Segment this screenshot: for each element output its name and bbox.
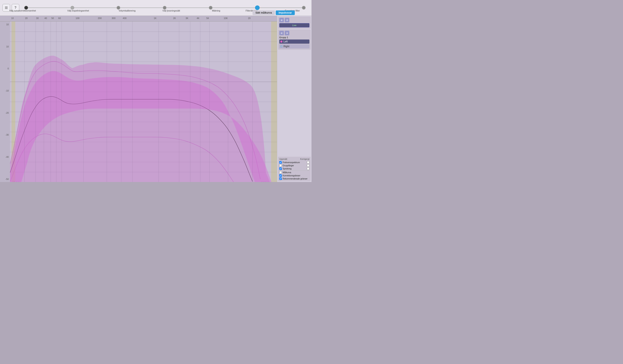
freq-label-5k: 5K — [206, 17, 209, 20]
step-7-node[interactable] — [302, 6, 306, 10]
freq-label-10k: 10K — [224, 17, 228, 20]
freq-label-20k: 20 — [248, 17, 250, 20]
panel-section-live: ⊞ ⚙ Live — [278, 17, 311, 29]
step-3-label: Volymkalibrering — [119, 9, 135, 12]
channel-left[interactable]: Left — [279, 40, 310, 44]
cb-label-korrgrns: Korrektionsgränser — [283, 175, 310, 177]
view-icon-2[interactable]: ⚙ — [285, 18, 289, 22]
cb-label-malkurva: Målkurva — [283, 171, 310, 174]
cb-row-grupp: Gruppfärger — [279, 164, 310, 167]
cb-freq-korr[interactable] — [307, 161, 310, 164]
channel-right-label: Right — [284, 45, 289, 48]
cb-rekgrns[interactable] — [279, 177, 282, 180]
step-3-node[interactable] — [116, 6, 120, 10]
step-4-node[interactable] — [163, 6, 167, 10]
cb-label-rekgrns: Rekommenderade gränser — [283, 178, 310, 180]
tab-målkurva[interactable]: Sätt målkurva — [252, 10, 275, 15]
cb-freq-uppmatt[interactable] — [279, 161, 282, 164]
tab-impulssvar[interactable]: Impulssvar — [276, 10, 295, 15]
freq-label-20: 20 — [25, 17, 28, 20]
cb-row-korrgrns: Korrektionsgränser — [279, 174, 310, 177]
cb-spridning-uppmatt[interactable] — [279, 167, 282, 170]
header-korrigerat: Korrigerat — [300, 158, 310, 160]
cb-row-malkurva: Målkurva — [279, 171, 310, 174]
freq-label-200: 200 — [98, 17, 101, 20]
top-bar: ? Välj rumskorrektionsenhet Välj inspeln… — [0, 0, 312, 16]
step-2-node[interactable] — [70, 6, 74, 10]
menu-button[interactable] — [2, 4, 10, 12]
step-6-node[interactable] — [255, 5, 260, 10]
freq-axis: 10 20 30 40 50 60 100 200 300 400 1K 2K … — [0, 16, 277, 21]
ch-view-icon-2[interactable]: ⚙ — [285, 31, 289, 35]
step-1-label: Välj rumskorrektionsenhet — [9, 9, 36, 12]
dot-left — [280, 40, 282, 43]
cb-row-spridning: Spridning — [279, 167, 310, 170]
channel-right[interactable]: Right — [279, 44, 310, 48]
freq-label-60: 60 — [58, 17, 61, 20]
cb-label-freq: Frekvensspektrum — [283, 161, 307, 164]
db-10: 10 — [1, 45, 9, 48]
freq-label-40: 40 — [44, 17, 47, 20]
step-2-label: Välj inspelningsenhet — [67, 9, 89, 12]
panel-row-ch-icons: ⊞ ⚙ — [279, 31, 310, 35]
cb-row-freq: Frekvensspektrum — [279, 161, 310, 164]
db-m10: -10 — [1, 89, 9, 92]
db-m40: -40 — [1, 156, 9, 158]
dot-right — [280, 45, 282, 47]
freq-label-400: 400 — [123, 17, 127, 20]
live-button[interactable]: Live — [279, 23, 310, 27]
filter-tabs: Sätt målkurva Impulssvar — [252, 10, 295, 15]
cb-korrgrns[interactable] — [279, 174, 282, 177]
channel-left-label: Left — [284, 40, 288, 43]
chart-body: 10 10 0 -10 -20 -30 -40 -50 — [0, 21, 277, 182]
step-4-label: Välj lyssningssätt — [162, 9, 180, 12]
freq-label-100: 100 — [76, 17, 80, 20]
freq-label-30: 30 — [36, 17, 39, 20]
freq-label-4k: 4K — [197, 17, 199, 20]
freq-label-1k: 1K — [154, 17, 156, 20]
db-m20: -20 — [1, 112, 9, 114]
panel-section-channels: ⊞ ⚙ Grupp 1 Left Right — [278, 29, 311, 50]
cb-spridning-korr[interactable] — [307, 167, 310, 170]
ch-view-icon-1[interactable]: ⊞ — [279, 31, 284, 35]
main-content: 10 20 30 40 50 60 100 200 300 400 1K 2K … — [0, 16, 312, 182]
separator-1 — [279, 170, 310, 171]
db-10top: 10 — [1, 23, 9, 26]
header-uppmatt: Uppmätt — [279, 158, 300, 160]
db-m50: -50 — [1, 178, 9, 180]
db-axis: 10 10 0 -10 -20 -30 -40 -50 — [0, 21, 10, 182]
side-panel: ⊞ ⚙ Live ⊞ ⚙ Grupp 1 Left Right — [277, 16, 312, 182]
spacer — [278, 51, 311, 156]
frequency-response-chart — [10, 21, 277, 182]
chart-area: 10 20 30 40 50 60 100 200 300 400 1K 2K … — [0, 16, 277, 182]
freq-label-300: 300 — [112, 17, 115, 20]
db-0: 0 — [1, 67, 9, 70]
cb-malkurva[interactable] — [279, 171, 282, 174]
panel-row-live: ⊞ ⚙ — [279, 18, 310, 22]
freq-label-10: 10 — [11, 17, 14, 20]
cb-label-spridning: Spridning — [283, 168, 307, 170]
view-icon-1[interactable]: ⊞ — [279, 18, 284, 22]
db-m30: -30 — [1, 134, 9, 136]
cb-grupp-uppmatt[interactable] — [279, 164, 282, 167]
panel-section-checkboxes: Uppmätt Korrigerat Frekvensspektrum Grup… — [278, 157, 311, 181]
cb-grupp-korr[interactable] — [307, 164, 310, 167]
step-5-label: Mätning — [212, 9, 220, 12]
freq-label-3k: 3K — [186, 17, 188, 20]
step-1-node[interactable] — [24, 6, 28, 10]
freq-label-50: 50 — [51, 17, 54, 20]
step-5-node[interactable] — [209, 6, 213, 10]
cb-row-rekgrns: Rekommenderade gränser — [279, 177, 310, 180]
freq-label-2k: 2K — [173, 17, 176, 20]
cb-label-grupp: Gruppfärger — [283, 164, 307, 167]
group-title: Grupp 1 — [279, 36, 310, 39]
